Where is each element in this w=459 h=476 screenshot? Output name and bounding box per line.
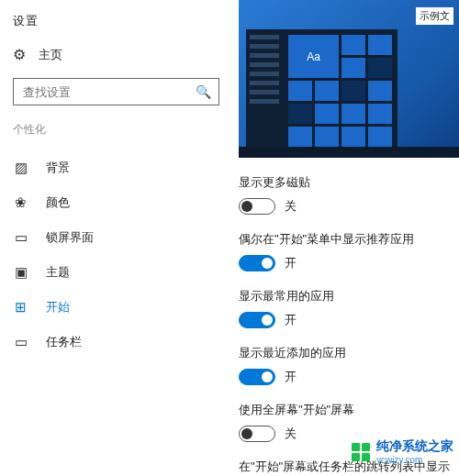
colors-icon: ❀ xyxy=(15,194,31,211)
search-box[interactable]: 🔍 xyxy=(13,78,219,105)
toggle-state-label: 开 xyxy=(285,312,297,328)
nav-item-label: 任务栏 xyxy=(46,334,82,350)
nav-item-label: 开始 xyxy=(46,299,70,315)
gear-icon: ⚙ xyxy=(13,46,26,63)
toggle-state-label: 开 xyxy=(285,369,297,385)
nav-list: ▨背景❀颜色▭锁屏界面▣主题⊞开始▭任务栏 xyxy=(13,150,234,360)
toggle-most-used[interactable] xyxy=(239,312,275,328)
setting-most-used: 显示最常用的应用开 xyxy=(239,288,459,328)
setting-more-tiles: 显示更多磁贴关 xyxy=(239,174,459,215)
home-label: 主页 xyxy=(39,47,62,63)
toggle-row: 开 xyxy=(239,369,459,385)
home-button[interactable]: ⚙ 主页 xyxy=(13,46,234,63)
setting-label: 使用全屏幕"开始"屏幕 xyxy=(239,402,459,418)
toggle-more-tiles[interactable] xyxy=(239,198,275,215)
nav-item-themes[interactable]: ▣主题 xyxy=(13,255,234,290)
nav-item-lockscreen[interactable]: ▭锁屏界面 xyxy=(13,220,234,255)
toggle-knob xyxy=(241,201,252,212)
setting-label: 偶尔在"开始"菜单中显示推荐应用 xyxy=(239,231,459,248)
toggle-row: 开 xyxy=(239,255,459,271)
lockscreen-icon: ▭ xyxy=(15,229,31,246)
toggle-knob xyxy=(262,371,273,382)
toggle-knob xyxy=(241,428,252,439)
toggle-recently-added[interactable] xyxy=(239,369,275,385)
toggle-knob xyxy=(262,315,273,326)
toggle-knob xyxy=(262,258,273,269)
setting-label: 显示更多磁贴 xyxy=(239,174,459,191)
section-label: 个性化 xyxy=(13,122,234,138)
nav-item-taskbar[interactable]: ▭任务栏 xyxy=(13,325,234,360)
taskbar-icon: ▭ xyxy=(15,334,31,350)
settings-title: 设置 xyxy=(13,13,234,29)
nav-item-background[interactable]: ▨背景 xyxy=(13,150,234,185)
setting-label: 显示最近添加的应用 xyxy=(239,345,459,361)
themes-icon: ▣ xyxy=(15,264,31,281)
setting-suggested-apps: 偶尔在"开始"菜单中显示推荐应用开 xyxy=(239,231,459,271)
nav-item-label: 主题 xyxy=(46,264,70,281)
preview-start-menu: Aa xyxy=(246,29,397,147)
preview-tile-aa: Aa xyxy=(288,35,339,78)
preview-sample-label: 示例文 xyxy=(416,7,453,25)
nav-item-label: 颜色 xyxy=(46,194,70,211)
setting-fullscreen: 使用全屏幕"开始"屏幕关 xyxy=(239,402,459,442)
nav-item-label: 背景 xyxy=(46,160,70,176)
background-icon: ▨ xyxy=(15,160,31,176)
toggle-suggested-apps[interactable] xyxy=(239,255,275,271)
watermark-text: 纯净系统之家 xyxy=(376,438,453,453)
watermark: 纯净系统之家 ycwjzy.com xyxy=(351,438,453,465)
nav-item-label: 锁屏界面 xyxy=(46,229,94,246)
search-input[interactable] xyxy=(21,84,196,100)
toggle-state-label: 关 xyxy=(285,426,297,442)
start-preview: 示例文 Aa xyxy=(239,0,459,158)
nav-item-start[interactable]: ⊞开始 xyxy=(13,290,234,325)
preview-taskbar xyxy=(239,147,459,158)
settings-list: 显示更多磁贴关偶尔在"开始"菜单中显示推荐应用开显示最常用的应用开显示最近添加的… xyxy=(239,174,459,476)
toggle-state-label: 开 xyxy=(285,255,297,271)
toggle-fullscreen[interactable] xyxy=(239,426,275,442)
toggle-row: 开 xyxy=(239,312,459,328)
setting-recently-added: 显示最近添加的应用开 xyxy=(239,345,459,385)
search-icon: 🔍 xyxy=(196,84,211,99)
setting-label: 显示最常用的应用 xyxy=(239,288,459,304)
watermark-logo-icon xyxy=(351,442,371,462)
start-icon: ⊞ xyxy=(15,299,31,315)
toggle-row: 关 xyxy=(239,198,459,215)
watermark-url: ycwjzy.com xyxy=(376,455,453,465)
nav-item-colors[interactable]: ❀颜色 xyxy=(13,185,234,220)
toggle-state-label: 关 xyxy=(285,198,297,215)
